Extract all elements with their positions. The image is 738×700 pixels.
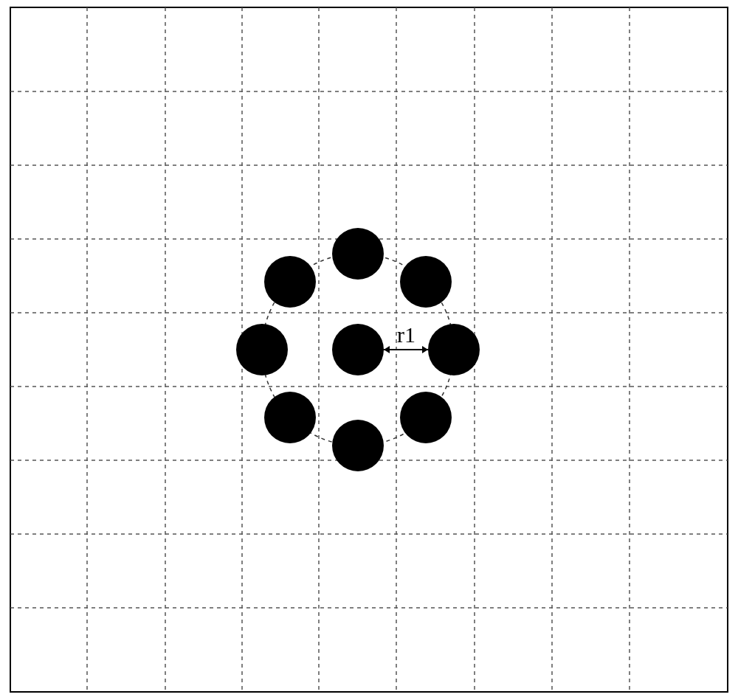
- ring-dot: [332, 420, 384, 471]
- ring-dot: [264, 392, 316, 443]
- ring-dot: [236, 324, 288, 375]
- ring-dot: [400, 256, 452, 308]
- diagram-svg: [0, 0, 738, 700]
- svg-marker-2: [422, 346, 428, 353]
- diagram-canvas: r1: [0, 0, 738, 700]
- ring-dot: [332, 228, 384, 280]
- ring-dot: [264, 256, 316, 308]
- radius-label: r1: [397, 322, 415, 347]
- ring-dot: [428, 324, 480, 375]
- svg-marker-1: [384, 346, 390, 353]
- center-dot: [332, 324, 384, 375]
- ring-dot: [400, 392, 452, 443]
